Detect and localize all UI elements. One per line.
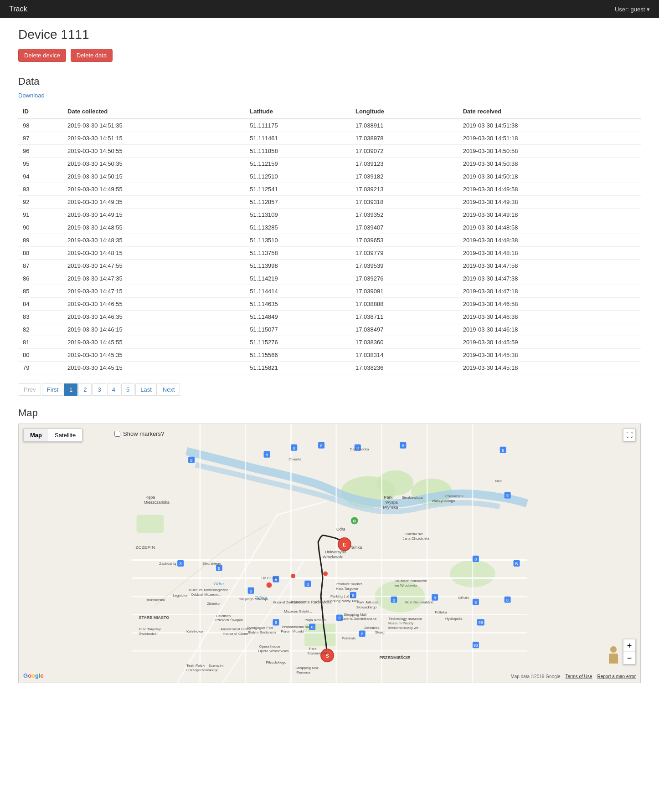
svg-text:we Wrocławiu: we Wrocławiu (394, 583, 417, 587)
delete-device-button[interactable]: Delete device (18, 49, 66, 62)
cell-longitude: 17.039091 (351, 285, 458, 298)
map-heading: Map (18, 407, 641, 419)
cell-latitude: 51.115821 (245, 362, 351, 374)
cell-latitude: 51.112510 (245, 170, 351, 183)
action-buttons: Delete device Delete data (18, 49, 641, 62)
table-header: ID Date collected Latitude Longitude Dat… (18, 104, 641, 119)
navbar-user[interactable]: User: guest ▾ (615, 6, 650, 13)
fullscreen-button[interactable]: ⛶ (623, 429, 636, 441)
cell-date-received: 2019-03-30 14:50:38 (458, 158, 641, 170)
svg-text:J.Grzegorzewskiego: J.Grzegorzewskiego (185, 668, 219, 672)
cell-longitude: 17.039123 (351, 158, 458, 170)
svg-text:Uniwersytet: Uniwersytet (325, 550, 346, 554)
cell-id: 84 (18, 298, 63, 311)
cell-longitude: 17.038497 (351, 323, 458, 336)
svg-text:98: 98 (474, 643, 478, 648)
cell-id: 97 (18, 132, 63, 145)
cell-id: 89 (18, 234, 63, 247)
svg-point-1 (377, 470, 414, 496)
cell-latitude: 51.113998 (245, 260, 351, 272)
svg-text:8: 8 (266, 453, 268, 457)
pagination-first[interactable]: First (42, 383, 63, 396)
cell-longitude: 17.039213 (351, 183, 458, 196)
svg-text:Philharmonial hall: Philharmonial hall (282, 625, 310, 629)
svg-text:8: 8 (338, 616, 340, 620)
cell-date-received: 2019-03-30 14:46:58 (458, 298, 641, 311)
cell-date-received: 2019-03-30 14:46:38 (458, 311, 641, 323)
pagination-last[interactable]: Last (135, 383, 157, 396)
map-type-control: Map Satellite (23, 429, 82, 442)
cell-date-received: 2019-03-30 14:48:18 (458, 247, 641, 260)
sv-body (609, 654, 618, 664)
table-row: 79 2019-03-30 14:45:15 51.115821 17.0382… (18, 362, 641, 374)
cell-id: 82 (18, 323, 63, 336)
svg-point-154 (291, 574, 295, 578)
show-markers-control: Show markers? (114, 430, 164, 437)
svg-text:Dąbrowicka: Dąbrowicka (350, 447, 369, 451)
zoom-in-button[interactable]: + (623, 639, 636, 652)
cell-longitude: 17.038888 (351, 298, 458, 311)
pagination-page-1[interactable]: 1 (64, 383, 77, 396)
svg-text:Katedra św.: Katedra św. (404, 532, 423, 536)
street-view-icon[interactable] (607, 646, 620, 664)
svg-text:Teatr Polski - Scena im.: Teatr Polski - Scena im. (186, 664, 225, 668)
pagination-next[interactable]: Next (158, 383, 180, 396)
cell-date-received: 2019-03-30 14:45:38 (458, 349, 641, 362)
svg-text:Staromiejski: Staromiejski (307, 651, 327, 655)
map-data-label: Map data ©2019 Google (510, 674, 560, 679)
svg-text:Park Juliusza: Park Juliusza (357, 600, 379, 604)
map-type-map-button[interactable]: Map (24, 429, 48, 441)
cell-date-collected: 2019-03-30 14:48:35 (63, 234, 245, 247)
cell-longitude: 17.038236 (351, 362, 458, 374)
svg-text:Shopping Mall: Shopping Mall (295, 666, 319, 670)
main-content: Device 1111 Delete device Delete data Da… (0, 18, 659, 692)
svg-text:B: B (515, 562, 518, 566)
cell-longitude: 17.039276 (351, 272, 458, 285)
delete-data-button[interactable]: Delete data (71, 49, 113, 62)
map-type-satellite-button[interactable]: Satellite (48, 429, 82, 441)
svg-text:8: 8 (502, 448, 504, 453)
google-letter-e: e (41, 672, 44, 679)
pagination-prev[interactable]: Prev (19, 383, 41, 396)
svg-text:Tamka: Tamka (350, 545, 362, 550)
svg-text:Odra: Odra (214, 581, 224, 586)
pagination-page-5[interactable]: 5 (121, 383, 134, 396)
svg-text:8: 8 (218, 566, 220, 571)
cell-date-collected: 2019-03-30 14:50:55 (63, 145, 245, 158)
cell-date-received: 2019-03-30 14:45:59 (458, 336, 641, 349)
cell-longitude: 17.038911 (351, 119, 458, 132)
svg-text:Krasnal Zyclizwoe: Krasnal Zyclizwoe (273, 600, 302, 604)
cell-id: 95 (18, 158, 63, 170)
report-map-error-link[interactable]: Report a map error (597, 674, 636, 679)
svg-text:Młyńska: Młyńska (383, 505, 398, 510)
cell-longitude: 17.039653 (351, 234, 458, 247)
svg-text:Słowackiego: Słowackiego (356, 605, 377, 609)
zoom-out-button[interactable]: − (623, 652, 636, 664)
table-row: 89 2019-03-30 14:48:35 51.113510 17.0396… (18, 234, 641, 247)
pagination-page-4[interactable]: 4 (107, 383, 120, 396)
svg-text:Piłsudskiego: Piłsudskiego (266, 660, 286, 664)
pagination-page-2[interactable]: 2 (78, 383, 92, 396)
table-row: 82 2019-03-30 14:46:15 51.115077 17.0384… (18, 323, 641, 336)
svg-text:STARE MIASTO: STARE MIASTO (139, 615, 169, 620)
svg-text:Oleśnicka: Oleśnicka (364, 626, 380, 630)
pagination-page-3[interactable]: 3 (93, 383, 106, 396)
svg-text:Muzeum Poczty i: Muzeum Poczty i (388, 621, 416, 625)
table-row: 90 2019-03-30 14:48:55 51.113285 17.0394… (18, 221, 641, 234)
show-markers-checkbox[interactable] (114, 431, 120, 437)
table-row: 85 2019-03-30 14:47:15 51.114414 17.0390… (18, 285, 641, 298)
cell-date-received: 2019-03-30 14:45:18 (458, 362, 641, 374)
cell-date-collected: 2019-03-30 14:47:15 (63, 285, 245, 298)
svg-text:Sienk­iewicza: Sienk­iewicza (402, 495, 423, 500)
download-link[interactable]: Download (18, 92, 641, 99)
cell-latitude: 51.111858 (245, 145, 351, 158)
svg-text:Park: Park (384, 495, 393, 500)
terms-of-use-link[interactable]: Terms of Use (565, 674, 592, 679)
navbar-brand[interactable]: Track (9, 5, 27, 13)
cell-date-received: 2019-03-30 14:49:58 (458, 183, 641, 196)
svg-text:Zachodnią: Zachodnią (159, 562, 176, 566)
cell-longitude: 17.038978 (351, 132, 458, 145)
cell-latitude: 51.115276 (245, 336, 351, 349)
svg-text:✪: ✪ (353, 519, 356, 523)
show-markers-label[interactable]: Show markers? (123, 430, 164, 437)
